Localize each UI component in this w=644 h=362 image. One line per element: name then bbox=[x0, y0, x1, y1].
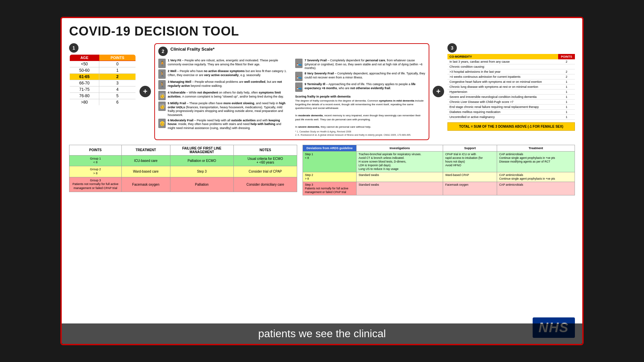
lower-section: POINTS TREATMENT FAILURE OF FIRST LINE M… bbox=[69, 145, 575, 195]
scoring-title: Scoring frailty in people with dementia bbox=[295, 95, 425, 99]
top-section: 1 AGE POINTS <50050-60161-65266-70371-75… bbox=[69, 43, 575, 140]
section-3-comorbidity: 3 CO-MORBIDITY POINTS In last 3 years, c… bbox=[447, 43, 575, 140]
condition-text: >3 hospital admissions in the last year bbox=[447, 69, 558, 74]
points-value: 6 bbox=[99, 99, 136, 106]
plus-button-1[interactable]: + bbox=[140, 86, 151, 97]
age-row: <500 bbox=[69, 61, 136, 67]
condition-points: 1 bbox=[558, 100, 575, 105]
slide-container: COVID-19 DECISION TOOL 1 AGE POINTS <500… bbox=[60, 17, 584, 345]
support-text: Ward-based CPAP bbox=[443, 172, 497, 182]
treat-header: Treatment bbox=[497, 145, 575, 151]
condition-text: End stage chronic renal failure requirin… bbox=[447, 105, 558, 110]
points-value: 0 bbox=[99, 61, 136, 67]
condition-points: 2 bbox=[558, 69, 575, 74]
points-value: 2 bbox=[99, 74, 136, 80]
treatment-row: Group 3Patients not normally for full ac… bbox=[69, 177, 297, 192]
col-treatment: TREATMENT bbox=[121, 145, 170, 155]
condition-points: 2 bbox=[558, 59, 575, 64]
age-row: 61-652 bbox=[69, 74, 136, 80]
deviations-table: Deviations from ARDS guideline Investiga… bbox=[303, 145, 575, 195]
frailty-icon-5: 🧓 bbox=[158, 102, 166, 111]
comorbidity-row: Congestive heart failure with symptoms a… bbox=[447, 79, 575, 84]
group-label: Group 3Patients not normally for full ac… bbox=[69, 177, 122, 192]
support-text: Facemask oxygen bbox=[443, 182, 497, 195]
group-label: Group 2> 8 bbox=[69, 166, 122, 177]
frailty-item-1: 🧍 1 Very Fit – People who are robust, ac… bbox=[158, 59, 288, 68]
age-value: >80 bbox=[69, 99, 99, 106]
frailty-col-right: 🛌 7 Severely Frail – Completely dependen… bbox=[295, 59, 425, 137]
notes-label: Consider trial of CPAP bbox=[233, 166, 297, 177]
condition-points bbox=[558, 64, 575, 69]
condition-text: Congestive heart failure with symptoms a… bbox=[447, 79, 558, 84]
points-value: 3 bbox=[99, 80, 136, 86]
frailty-item-9: 🛌 9 Terminally Ill – Approaching the end… bbox=[295, 82, 425, 92]
scoring-box: Scoring frailty in people with dementia … bbox=[295, 95, 425, 137]
dev-header: Deviations from ARDS guideline bbox=[303, 145, 357, 151]
condition-text: >4 weeks continuous admission for curren… bbox=[447, 74, 558, 79]
frailty-icon-4: 🧓 bbox=[158, 91, 166, 100]
condition-text: Chronic condition causing: bbox=[447, 64, 558, 69]
condition-points: 1 bbox=[558, 115, 575, 120]
comorbidity-row: >3 hospital admissions in the last year2 bbox=[447, 69, 575, 74]
frailty-item-2: 🚶 2 Well – People who have no active dis… bbox=[158, 69, 288, 79]
comorbidity-row: Chronic condition causing: bbox=[447, 64, 575, 69]
support-text: CPAP trial in ICU or withrapid access to… bbox=[443, 151, 497, 172]
age-value: 71-75 bbox=[69, 86, 99, 93]
group-label: Group 1< 8 bbox=[69, 155, 122, 166]
treatment-label: ICU-based care bbox=[121, 155, 170, 166]
age-row: 50-601 bbox=[69, 67, 136, 74]
failure-label: Palliation bbox=[170, 177, 233, 192]
condition-text: Hypertension bbox=[447, 89, 558, 95]
step-label: Step 3Patients not normally for full act… bbox=[303, 182, 357, 195]
badge-3: 3 bbox=[447, 43, 457, 53]
treatment-text: CAP antimicrobialsContinue single agent … bbox=[497, 151, 575, 172]
badge-2: 2 bbox=[158, 47, 168, 56]
treatment-table: POINTS TREATMENT FAILURE OF FIRST LINE M… bbox=[69, 145, 297, 192]
frailty-item-5: 🧓 5 Mildly Frail – These people often ha… bbox=[158, 102, 288, 117]
frailty-grid: 🧍 1 Very Fit – People who are robust, ac… bbox=[158, 59, 425, 137]
comorbidity-row: Chronic lung disease with symptoms at re… bbox=[447, 84, 575, 89]
treatment-label: Facemask oxygen bbox=[121, 177, 170, 192]
condition-points: 1 bbox=[558, 110, 575, 115]
failure-label: Step 3 bbox=[170, 166, 233, 177]
treatment-text: CAP antimicrobials bbox=[497, 182, 575, 195]
deviations-wrapper: Deviations from ARDS guideline Investiga… bbox=[303, 145, 575, 195]
condition-text: Severe and irreversible neurological con… bbox=[447, 95, 558, 100]
treatment-row: Group 2> 8 Ward-based care Step 3 Consid… bbox=[69, 166, 297, 177]
subtitle-text: patients we see the clinical bbox=[258, 327, 386, 340]
plus-button-2[interactable]: + bbox=[433, 86, 444, 97]
condition-text: Chronic lung disease with symptoms at re… bbox=[447, 84, 558, 89]
age-value: 66-70 bbox=[69, 80, 99, 86]
age-row: 71-754 bbox=[69, 86, 136, 93]
step-label: Step 2> 8 bbox=[303, 172, 357, 182]
condition-points: 2 bbox=[558, 74, 575, 79]
frailty-icon-9: 🛌 bbox=[295, 82, 303, 92]
age-row: 76-805 bbox=[69, 93, 136, 99]
comorbidity-header: CO-MORBIDITY bbox=[447, 54, 558, 59]
points-value: 4 bbox=[99, 86, 136, 93]
deviation-row: Step 2> 8 Standard swabs Ward-based CPAP… bbox=[303, 172, 575, 182]
badge-1: 1 bbox=[69, 43, 78, 53]
notes-label: Usual criteria for ECMO+ <60 years bbox=[233, 155, 297, 166]
comorbidity-row: Hypertension1 bbox=[447, 89, 575, 95]
treatment-row: Group 1< 8 ICU-based care Palliation or … bbox=[69, 155, 297, 166]
failure-label: Palliation or ECMO bbox=[170, 155, 233, 166]
comorbidity-row: In last 3 years, cardiac arrest from any… bbox=[447, 59, 575, 64]
comorbidity-row: Severe and irreversible neurological con… bbox=[447, 95, 575, 100]
points-value: 5 bbox=[99, 93, 136, 99]
age-value: 61-65 bbox=[69, 74, 99, 80]
treatment-label: Ward-based care bbox=[121, 166, 170, 177]
condition-points: 1 bbox=[558, 95, 575, 100]
condition-points: 1 bbox=[558, 79, 575, 84]
condition-points: 1 bbox=[558, 84, 575, 89]
comorbidity-table: CO-MORBIDITY POINTS In last 3 years, car… bbox=[447, 54, 575, 120]
col-points: POINTS bbox=[69, 145, 122, 155]
frailty-col-left: 🧍 1 Very Fit – People who are robust, ac… bbox=[158, 59, 288, 137]
age-value: 76-80 bbox=[69, 93, 99, 99]
deviation-row: Step 1< 8 Tracheo-bronchial aspirate for… bbox=[303, 151, 575, 172]
age-row: >806 bbox=[69, 99, 136, 106]
frailty-icon-2: 🚶 bbox=[158, 69, 166, 79]
page-title: COVID-19 DECISION TOOL bbox=[69, 24, 575, 39]
frailty-title: Clinical Frailty Scale* bbox=[170, 47, 215, 55]
comorbidity-row: Diabetes mellitus requiring medication1 bbox=[447, 110, 575, 115]
